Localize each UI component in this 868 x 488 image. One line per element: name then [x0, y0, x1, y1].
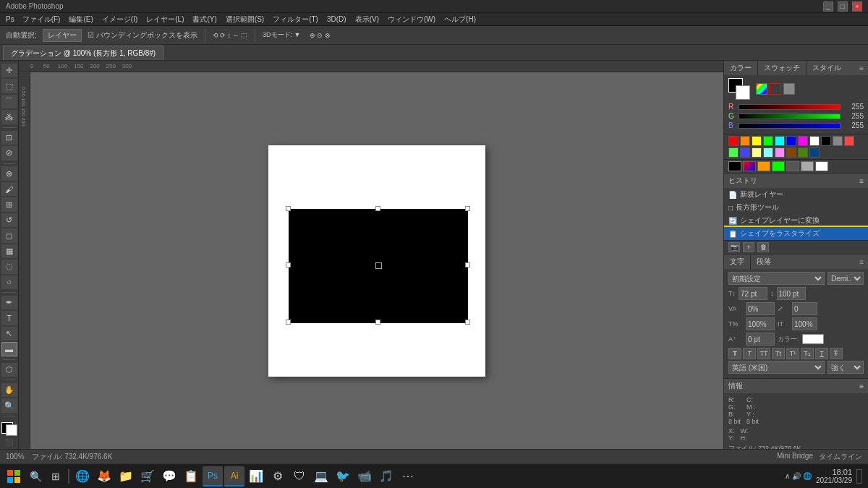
b-slider[interactable] — [739, 123, 841, 129]
search-taskbar-btn[interactable]: 🔍 — [26, 467, 45, 486]
tool-brush[interactable]: 🖌 — [1, 182, 17, 196]
swatch-item[interactable] — [821, 136, 831, 146]
font-style-select[interactable]: Demi... — [827, 272, 864, 285]
tool-shape[interactable]: ▬ — [1, 342, 17, 356]
taskbar-more[interactable]: ⋯ — [398, 466, 418, 487]
tool-hand[interactable]: ✋ — [1, 383, 17, 397]
toolbox-bg-swatch[interactable] — [6, 424, 17, 436]
taskbar-chat[interactable]: 💬 — [159, 466, 179, 487]
swatch-item[interactable] — [833, 136, 843, 146]
swatch-item[interactable] — [763, 136, 773, 146]
style-thumb-5[interactable] — [786, 161, 799, 171]
canvas-inner[interactable] — [30, 72, 723, 449]
history-menu[interactable]: ≡ — [859, 177, 864, 185]
menu-file[interactable]: ファイル(F) — [19, 14, 64, 25]
start-button[interactable] — [3, 466, 25, 487]
history-item[interactable]: 📋シェイプをラスタライズ — [724, 227, 868, 240]
tool-stamp[interactable]: ⊞ — [1, 197, 17, 211]
language-select[interactable]: 英語 (米国) — [728, 361, 825, 374]
antialiasing-select[interactable]: 強く — [827, 361, 864, 374]
swatch-item[interactable] — [728, 147, 739, 158]
text-upper-btn[interactable]: TT — [757, 348, 770, 359]
handle-bot-center[interactable] — [375, 320, 380, 325]
char-panel-menu[interactable]: ≡ — [855, 254, 868, 269]
tool-move[interactable]: ✛ — [1, 64, 17, 77]
toolbar-mode-select[interactable]: レイヤー — [43, 29, 82, 42]
history-item[interactable]: □長方形ツール — [724, 201, 868, 214]
tool-history-brush[interactable]: ↺ — [1, 213, 17, 227]
tool-path-select[interactable]: ↖ — [1, 327, 17, 341]
baseline-input[interactable] — [746, 333, 775, 346]
bg-color-swatch[interactable] — [736, 85, 750, 100]
style-thumb-4[interactable] — [772, 161, 785, 171]
swatch-item[interactable] — [740, 147, 750, 158]
tool-lasso[interactable]: ⌒ — [1, 95, 17, 108]
taskbar-tray[interactable]: ∧ 🔊 🌐 — [785, 472, 812, 480]
style-thumb-7[interactable] — [815, 161, 828, 171]
doc-tab-active[interactable]: グラデーション @ 100% (長方形 1, RGB/8#) — [3, 46, 163, 60]
handle-bot-right[interactable] — [465, 320, 470, 325]
scale-v-input2[interactable] — [792, 317, 817, 330]
swatch-item[interactable] — [786, 136, 796, 146]
text-color-swatch[interactable] — [802, 334, 824, 344]
gamut-warning-icon[interactable] — [770, 83, 781, 95]
tab-paragraph[interactable]: 段落 — [751, 254, 777, 269]
menu-layer[interactable]: レイヤー(L) — [142, 14, 187, 25]
mini-bridge-tab[interactable]: Mini Bridge — [777, 452, 813, 462]
taskbar-firefox[interactable]: 🦊 — [94, 466, 114, 487]
toolbox-default-colors[interactable]: ⬛ — [5, 439, 13, 446]
tool-crop[interactable]: ⊡ — [1, 131, 17, 145]
history-panel-header[interactable]: ヒストリ ≡ — [724, 174, 868, 188]
tool-pen[interactable]: ✒ — [1, 296, 17, 309]
style-thumb-2[interactable] — [743, 161, 756, 171]
tool-select-rect[interactable]: ⬚ — [1, 79, 17, 93]
history-snapshot-btn[interactable]: 📷 — [728, 242, 740, 252]
history-new-btn[interactable]: + — [743, 242, 754, 252]
tab-color[interactable]: カラー — [724, 61, 758, 75]
swatch-item[interactable] — [798, 147, 808, 158]
taskbar-edge[interactable]: 🌐 — [72, 466, 93, 487]
font-family-select[interactable]: 初期設定 — [728, 272, 825, 285]
tracking-input[interactable] — [746, 302, 775, 315]
font-size-input[interactable] — [739, 287, 767, 300]
taskbar-settings[interactable]: ⚙ — [268, 466, 288, 487]
scale-v-input[interactable] — [792, 302, 817, 315]
tool-text[interactable]: T — [1, 311, 17, 325]
swatch-item[interactable] — [809, 136, 820, 146]
style-thumb-3[interactable] — [757, 161, 770, 171]
tab-character[interactable]: 文字 — [724, 254, 751, 269]
tool-dodge[interactable]: ○ — [1, 275, 17, 289]
taskbar-music[interactable]: 🎵 — [376, 466, 396, 487]
info-panel-header[interactable]: 情報 ≡ — [724, 379, 868, 393]
tool-3d[interactable]: ⬡ — [1, 363, 17, 377]
menu-image[interactable]: イメージ(I) — [98, 14, 141, 25]
history-item[interactable]: 🔄シェイプレイヤーに変換 — [724, 214, 868, 227]
swatch-item[interactable] — [786, 147, 796, 158]
menu-select[interactable]: 選択範囲(S) — [222, 14, 268, 25]
tool-zoom[interactable]: 🔍 — [1, 398, 17, 412]
taskview-btn[interactable]: ⊞ — [46, 467, 65, 486]
text-italic-btn[interactable]: T — [743, 348, 756, 359]
taskbar-pc[interactable]: 💻 — [311, 466, 331, 487]
timeline-tab[interactable]: タイムライン — [819, 452, 862, 462]
taskbar-store[interactable]: 🛒 — [137, 466, 158, 487]
swatch-item[interactable] — [752, 136, 762, 146]
spectrum-icon[interactable] — [756, 83, 767, 95]
handle-mid-right[interactable] — [465, 262, 470, 267]
tool-blur[interactable]: ◌ — [1, 260, 17, 273]
taskbar-illustrator[interactable]: Ai — [224, 466, 244, 487]
history-item[interactable]: 📄新規レイヤー — [724, 188, 868, 201]
swatch-item[interactable] — [763, 147, 773, 158]
handle-bot-left[interactable] — [286, 320, 291, 325]
text-strikethrough-btn[interactable]: T̶ — [830, 348, 843, 359]
text-underline-btn[interactable]: T — [815, 348, 828, 359]
leading-input[interactable] — [777, 287, 806, 300]
swatch-item[interactable] — [740, 136, 750, 146]
toolbar-3d-mode[interactable]: 3Dモード: ▼ — [260, 30, 303, 40]
toolbar-item-2[interactable]: ⟲ ⟳ ↕ ↔ ⬚ — [210, 31, 251, 40]
swatch-item[interactable] — [809, 147, 820, 158]
handle-top-right[interactable] — [465, 206, 470, 211]
handle-top-left[interactable] — [286, 206, 291, 211]
tool-eraser[interactable]: ◻ — [1, 228, 17, 242]
toolbar-item-3[interactable]: ⊕ ⊙ ⊗ — [307, 31, 333, 40]
